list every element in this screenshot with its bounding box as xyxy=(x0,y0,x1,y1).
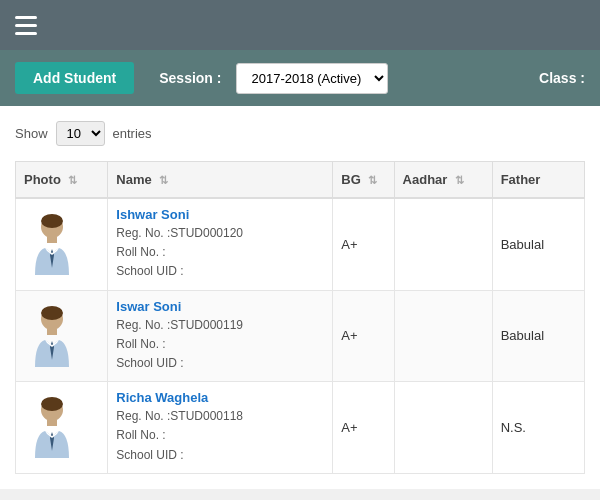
show-entries-control: Show 10 entries xyxy=(15,121,585,146)
student-father-cell: N.S. xyxy=(492,382,584,474)
svg-point-1 xyxy=(41,214,63,228)
student-school-uid: School UID : xyxy=(116,446,324,465)
entries-label: entries xyxy=(113,126,152,141)
student-roll-no: Roll No. : xyxy=(116,243,324,262)
svg-rect-2 xyxy=(47,237,57,243)
student-father-cell: Babulal xyxy=(492,290,584,382)
student-roll-no: Roll No. : xyxy=(116,335,324,354)
avatar xyxy=(24,395,79,460)
student-aadhar-cell xyxy=(394,290,492,382)
student-name: Richa Waghela xyxy=(116,390,324,405)
col-header-aadhar[interactable]: Aadhar ⇅ xyxy=(394,162,492,199)
student-roll-no: Roll No. : xyxy=(116,426,324,445)
navbar xyxy=(0,0,600,50)
content-area: Show 10 entries Photo ⇅ Name ⇅ BG ⇅ A xyxy=(0,106,600,489)
table-header-row: Photo ⇅ Name ⇅ BG ⇅ Aadhar ⇅ Father xyxy=(16,162,585,199)
student-photo-cell xyxy=(16,198,108,290)
col-header-father: Father xyxy=(492,162,584,199)
col-header-name[interactable]: Name ⇅ xyxy=(108,162,333,199)
sort-icon-photo: ⇅ xyxy=(68,174,77,187)
student-father-cell: Babulal xyxy=(492,198,584,290)
sort-icon-name: ⇅ xyxy=(159,174,168,187)
col-header-photo[interactable]: Photo ⇅ xyxy=(16,162,108,199)
student-bg-cell: A+ xyxy=(333,198,394,290)
hamburger-menu-button[interactable] xyxy=(15,16,37,35)
students-table: Photo ⇅ Name ⇅ BG ⇅ Aadhar ⇅ Father xyxy=(15,161,585,474)
entries-per-page-select[interactable]: 10 xyxy=(56,121,105,146)
table-row: Iswar Soni Reg. No. :STUD000119 Roll No.… xyxy=(16,290,585,382)
student-school-uid: School UID : xyxy=(116,262,324,281)
svg-rect-10 xyxy=(47,420,57,426)
student-photo-cell xyxy=(16,290,108,382)
svg-rect-6 xyxy=(47,329,57,335)
session-select[interactable]: 2017-2018 (Active) xyxy=(236,63,388,94)
student-aadhar-cell xyxy=(394,198,492,290)
add-student-button[interactable]: Add Student xyxy=(15,62,134,94)
show-label: Show xyxy=(15,126,48,141)
student-photo-cell xyxy=(16,382,108,474)
table-row: Richa Waghela Reg. No. :STUD000118 Roll … xyxy=(16,382,585,474)
student-reg-no: Reg. No. :STUD000118 xyxy=(116,407,324,426)
avatar xyxy=(24,303,79,368)
class-label: Class : xyxy=(539,70,585,86)
student-name-cell: Ishwar Soni Reg. No. :STUD000120 Roll No… xyxy=(108,198,333,290)
sort-icon-aadhar: ⇅ xyxy=(455,174,464,187)
student-reg-no: Reg. No. :STUD000120 xyxy=(116,224,324,243)
student-name: Iswar Soni xyxy=(116,299,324,314)
avatar xyxy=(24,212,79,277)
session-label: Session : xyxy=(159,70,221,86)
student-bg-cell: A+ xyxy=(333,382,394,474)
student-bg-cell: A+ xyxy=(333,290,394,382)
svg-point-5 xyxy=(41,306,63,320)
table-row: Ishwar Soni Reg. No. :STUD000120 Roll No… xyxy=(16,198,585,290)
student-name: Ishwar Soni xyxy=(116,207,324,222)
col-header-bg[interactable]: BG ⇅ xyxy=(333,162,394,199)
student-name-cell: Iswar Soni Reg. No. :STUD000119 Roll No.… xyxy=(108,290,333,382)
student-aadhar-cell xyxy=(394,382,492,474)
header-bar: Add Student Session : 2017-2018 (Active)… xyxy=(0,50,600,106)
student-school-uid: School UID : xyxy=(116,354,324,373)
student-reg-no: Reg. No. :STUD000119 xyxy=(116,316,324,335)
svg-point-9 xyxy=(41,397,63,411)
sort-icon-bg: ⇅ xyxy=(368,174,377,187)
student-name-cell: Richa Waghela Reg. No. :STUD000118 Roll … xyxy=(108,382,333,474)
